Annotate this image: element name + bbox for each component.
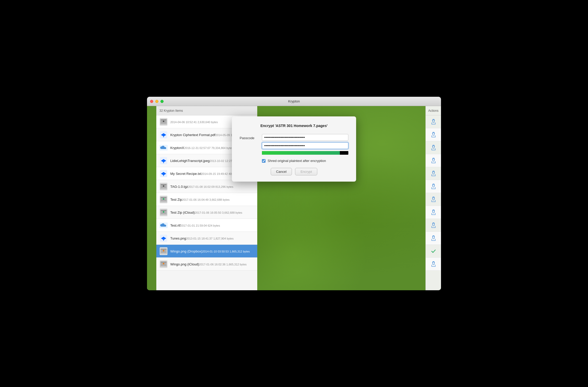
- close-button[interactable]: [150, 100, 153, 103]
- password-strength-bar: [262, 151, 348, 155]
- modal-title: Encrypt 'ASTR 301 Homework 7.pages': [240, 124, 348, 128]
- shred-checkbox[interactable]: [262, 159, 266, 163]
- shred-label[interactable]: Shred original plaintext after encryptio…: [268, 159, 326, 163]
- passcode-inputs: [262, 134, 348, 155]
- maximize-button[interactable]: [160, 100, 164, 103]
- window-body: 32 Krypton Items 2014-04-06 10:52:41 2,6…: [147, 106, 441, 290]
- encrypt-button[interactable]: Encrypt: [295, 168, 317, 175]
- cancel-button[interactable]: Cancel: [271, 168, 292, 175]
- password-input[interactable]: [262, 134, 348, 141]
- encrypt-dialog: Encrypt 'ASTR 301 Homework 7.pages' Pass…: [232, 116, 356, 182]
- passcode-label: Passcode: [240, 134, 258, 140]
- modal-buttons: Cancel Encrypt: [240, 168, 348, 175]
- passcode-section: Passcode: [240, 134, 348, 155]
- traffic-lights: [150, 100, 164, 103]
- strength-bar-fill: [262, 151, 340, 155]
- shred-checkbox-row: Shred original plaintext after encryptio…: [240, 159, 348, 163]
- titlebar: Krypton: [147, 97, 441, 106]
- window-title: Krypton: [288, 99, 300, 103]
- main-window: Krypton 32 Krypton Items 2014-04-06 10:5…: [147, 97, 441, 290]
- minimize-button[interactable]: [155, 100, 158, 103]
- confirm-password-input[interactable]: [262, 142, 348, 149]
- modal-overlay: Encrypt 'ASTR 301 Homework 7.pages' Pass…: [147, 106, 441, 290]
